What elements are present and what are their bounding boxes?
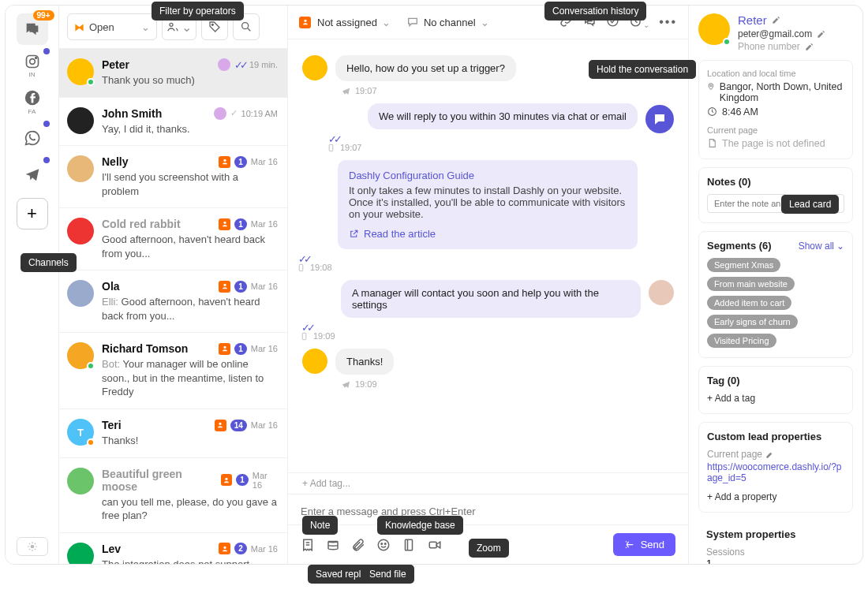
add-channel-button[interactable]: + (17, 198, 48, 229)
conv-meta: 1Mar 16 (219, 156, 278, 168)
message-input[interactable] (301, 506, 675, 517)
rail-telegram[interactable] (17, 159, 48, 190)
svg-point-5 (170, 23, 173, 26)
reply-box (288, 494, 688, 524)
edit-icon[interactable] (805, 43, 814, 51)
timestamp: 19 min. (249, 60, 278, 69)
emoji-button[interactable] (376, 538, 391, 552)
card-link[interactable]: Read the article (349, 228, 627, 240)
prop-value[interactable]: https://woocomerce.dashly.io/?page_id=5 (707, 461, 844, 483)
send-icon (342, 87, 350, 95)
conversation-item[interactable]: Peter✓✓19 min.Thank you so much) (59, 49, 287, 98)
conv-meta: 1Mar 16 (219, 218, 278, 230)
panel-title: Notes (0) (707, 176, 844, 188)
svg-point-16 (378, 539, 389, 550)
svg-point-11 (660, 118, 661, 119)
user-icon (299, 17, 311, 28)
bubble: A manager will contact you soon and help… (341, 280, 641, 318)
avatar: T (67, 419, 94, 446)
lead-header: Reter peter@gmail.com Phone number (698, 13, 853, 52)
send-icon (342, 380, 350, 389)
conversation-item[interactable]: Cold red rabbit1Mar 16Good afternoon, ha… (59, 208, 287, 271)
edit-icon[interactable] (772, 16, 780, 24)
conv-meta: 14Mar 16 (215, 420, 278, 431)
agent-avatar (649, 280, 674, 305)
conversation-item[interactable]: Lev2Mar 16The integration does not suppo… (59, 533, 287, 564)
timestamp: 19:07 (355, 86, 377, 95)
conv-preview: Bot: Your manager will be online soon., … (102, 357, 278, 399)
segment-chip[interactable]: Visited Pricing (707, 334, 776, 348)
add-property-link[interactable]: + Add a property (707, 491, 844, 502)
lead-name[interactable]: Reter (738, 13, 767, 27)
article-card[interactable]: Dashly Configuration Guide It only takes… (338, 160, 638, 249)
conv-name: Lev (102, 543, 121, 555)
conversation-item[interactable]: Ola1Mar 16Elli: Good afternoon, haven't … (59, 271, 287, 333)
tag-icon (208, 21, 221, 33)
add-tag-link[interactable]: + Add a tag (707, 393, 844, 404)
timestamp: Mar 16 (251, 420, 278, 430)
timestamp: Mar 16 (251, 344, 278, 353)
more-button[interactable]: ••• (659, 15, 677, 29)
segment-chip[interactable]: Early signs of churn (707, 315, 798, 329)
card-title: Dashly Configuration Guide (349, 170, 627, 181)
conversation-item[interactable]: John Smith✓10:19 AMYay, I did it, thanks… (59, 98, 287, 147)
show-all-link[interactable]: Show all ⌄ (799, 241, 844, 252)
edit-icon[interactable] (765, 450, 774, 459)
saved-replies-button[interactable] (326, 538, 340, 552)
conv-preview: Thank you so much) (102, 73, 278, 88)
video-button[interactable] (427, 538, 443, 552)
conversation-item[interactable]: TTeri14Mar 16Thanks! (59, 409, 287, 458)
avatar (67, 155, 94, 182)
svg-point-2 (35, 57, 36, 58)
segment-chip[interactable]: Added item to cart (707, 296, 791, 310)
chat-icon (24, 21, 41, 38)
assignee-picker[interactable]: Not assigned ⌄ (299, 17, 391, 28)
book-icon (402, 538, 416, 552)
conversation-item[interactable]: Beautiful green moose1Mar 16can you tell… (59, 458, 287, 533)
theme-toggle[interactable] (17, 537, 48, 556)
timestamp: Mar 16 (251, 157, 278, 166)
bot-avatar (645, 105, 674, 133)
notification-dot (43, 48, 50, 54)
segment-chip[interactable]: Segment Xmas (707, 258, 780, 272)
conv-preview: Thanks! (102, 434, 278, 448)
rail-facebook[interactable]: FA (17, 86, 48, 118)
rail-whatsapp[interactable] (17, 122, 48, 154)
conv-name: Peter (102, 58, 129, 71)
assigned-icon (219, 543, 230, 554)
card-body: It only takes a few minutes to install D… (349, 185, 627, 220)
conv-meta: 1Mar 16 (219, 281, 278, 293)
notification-dot (43, 157, 50, 163)
mini-avatar (214, 107, 226, 120)
chat-bubble-icon (653, 112, 667, 126)
status-filter[interactable]: ⧓ Open ⌄ (67, 13, 157, 40)
edit-icon[interactable] (817, 30, 825, 39)
attach-button[interactable] (351, 538, 365, 552)
panel-label: Current page (707, 125, 844, 135)
timestamp: Mar 16 (251, 544, 278, 554)
add-tag-button[interactable]: + Add tag... (288, 472, 688, 494)
timestamp: Mar 16 (253, 471, 278, 490)
device-icon (300, 332, 309, 341)
conversation-item[interactable]: Nelly1Mar 16I'll send you screenshot wit… (59, 146, 287, 208)
rail-inbox[interactable]: 99+ (17, 13, 48, 45)
local-time: 8:46 AM (722, 106, 758, 118)
device-icon (327, 144, 335, 152)
send-arrow-icon (624, 539, 636, 550)
message-outgoing: A manager will contact you soon and help… (302, 280, 674, 341)
stack-icon (326, 538, 340, 552)
sun-icon (27, 541, 38, 552)
lead-phone: Phone number (738, 41, 800, 52)
tip-history: Conversation history (544, 2, 646, 21)
note-button[interactable] (301, 538, 315, 552)
conversation-item[interactable]: Richard Tomson1Mar 16Bot: Your manager w… (59, 333, 287, 409)
send-button[interactable]: Send (613, 533, 675, 556)
message-card: Dashly Configuration Guide It only takes… (302, 160, 674, 272)
segment-chip[interactable]: From main website (707, 277, 795, 291)
channel-picker[interactable]: No channel ⌄ (406, 16, 489, 28)
avatar (302, 55, 327, 80)
panel-title: System properties (706, 528, 845, 540)
rail-instagram[interactable]: IN (17, 50, 48, 81)
kb-button[interactable] (402, 538, 416, 552)
chevron-down-icon: ⌄ (836, 241, 844, 252)
